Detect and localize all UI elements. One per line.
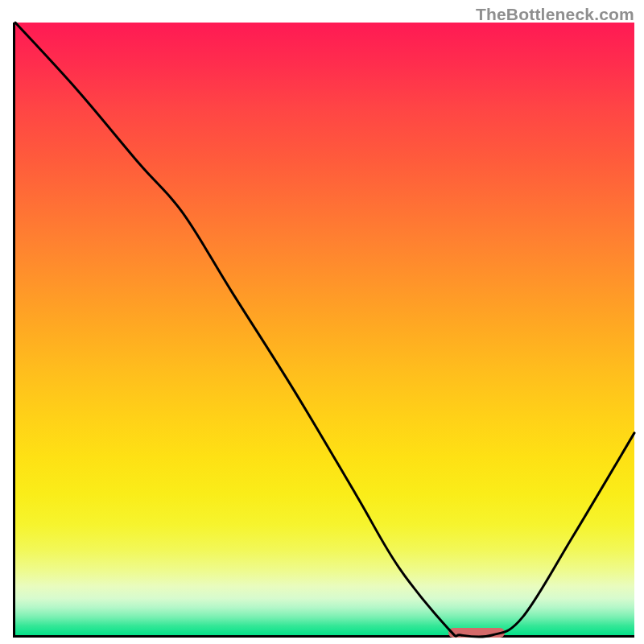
bottleneck-curve — [0, 0, 644, 644]
attribution-text: TheBottleneck.com — [476, 5, 634, 24]
